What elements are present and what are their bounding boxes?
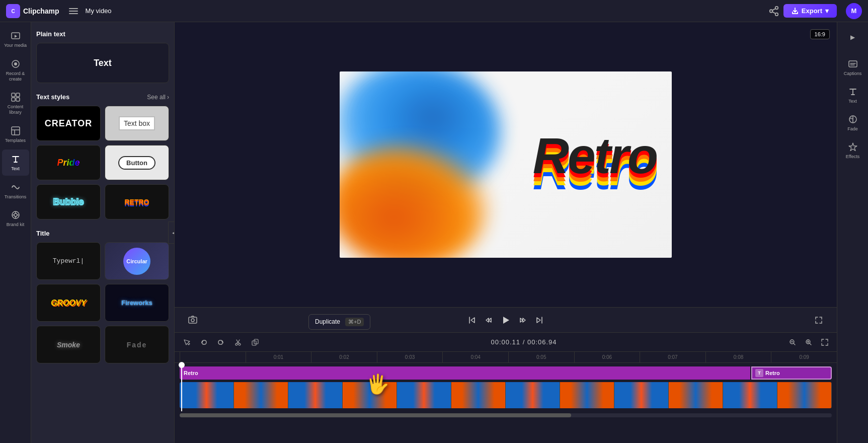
- hamburger-menu[interactable]: [65, 3, 82, 19]
- undo-button[interactable]: [197, 335, 211, 349]
- text-segment-secondary[interactable]: T Retro: [751, 366, 832, 380]
- style-pride[interactable]: Pride: [36, 145, 101, 180]
- title-typewrite[interactable]: Typewrl|: [36, 242, 101, 280]
- see-all-button[interactable]: See all ›: [147, 94, 169, 101]
- sidebar-item-content-library[interactable]: Content library: [2, 88, 29, 119]
- fade-icon: [847, 114, 858, 125]
- title-groovy[interactable]: GROOVY: [36, 284, 101, 322]
- playhead-handle[interactable]: [179, 362, 185, 368]
- video-background: Retro: [340, 71, 672, 258]
- sidebar-item-templates[interactable]: Templates: [2, 121, 29, 147]
- svg-rect-11: [16, 98, 20, 101]
- sidebar-item-brand-kit-label: Brand kit: [7, 222, 25, 228]
- sidebar-item-transitions-label: Transitions: [5, 194, 27, 200]
- playback-controls: [175, 307, 837, 332]
- ruler-mark-0: [180, 352, 246, 362]
- timeline-scrollbar[interactable]: [180, 413, 832, 417]
- title-fade[interactable]: Fade: [105, 326, 169, 363]
- logo[interactable]: C Clipchamp: [6, 4, 59, 18]
- fullscreen-button[interactable]: [811, 312, 827, 328]
- video-preview-area: 16:9 Retro: [175, 22, 837, 307]
- style-textbox[interactable]: Text box: [105, 106, 169, 141]
- pointer-tool-button[interactable]: [180, 335, 194, 349]
- sidebar-item-templates-label: Templates: [5, 138, 26, 143]
- sidebar-item-your-media[interactable]: Your media: [2, 26, 29, 52]
- media-icon: [10, 30, 21, 41]
- redo-button[interactable]: [214, 335, 228, 349]
- creator-label: CREATOR: [45, 118, 92, 129]
- collapse-right-panel-button[interactable]: ▶: [847, 26, 859, 48]
- track-container: Retro T Retro: [175, 363, 837, 411]
- text-styles-title: Text styles: [36, 93, 69, 101]
- center-area: 16:9 Retro: [175, 22, 837, 443]
- plain-text-heading: Plain text: [36, 30, 169, 38]
- duplicate-button[interactable]: Duplicate ⌘+D: [248, 335, 262, 349]
- skip-to-start-button[interactable]: [464, 312, 480, 328]
- sidebar-item-text-label: Text: [11, 166, 20, 172]
- zoom-in-button[interactable]: [802, 335, 816, 349]
- svg-rect-2: [69, 8, 78, 9]
- hide-panel-button[interactable]: ◀: [168, 222, 175, 244]
- right-nav-effects[interactable]: Effects: [839, 137, 866, 163]
- style-button[interactable]: Button: [105, 145, 169, 180]
- export-button[interactable]: Export ▾: [783, 4, 837, 18]
- skip-to-end-button[interactable]: [531, 312, 547, 328]
- timeline-ruler: 0:01 0:02 0:03 0:04 0:05 0:06 0:07 0:08 …: [175, 352, 837, 363]
- play-pause-button[interactable]: [496, 311, 515, 330]
- right-nav-fade[interactable]: Fade: [839, 110, 866, 135]
- main-layout: Your media Record & create Content lib: [0, 22, 868, 443]
- svg-rect-9: [16, 93, 20, 97]
- ruler-mark-5: 0:05: [508, 352, 574, 362]
- timeline-area: Duplicate ⌘+D 00:00.11 / 00:06.94: [175, 332, 837, 443]
- svg-rect-12: [12, 127, 20, 135]
- rewind-button[interactable]: [480, 312, 496, 328]
- style-retro-small[interactable]: RETRO: [105, 184, 169, 219]
- text-segment-main[interactable]: Retro: [180, 366, 750, 380]
- ruler-mark-3: 0:03: [377, 352, 443, 362]
- sidebar-item-text[interactable]: Text: [2, 150, 29, 176]
- timeline-expand-button[interactable]: [818, 335, 832, 349]
- scrollbar-thumb[interactable]: [180, 413, 571, 417]
- title-grid: Typewrl| Circular GROOVY Fireworks Smoke…: [36, 242, 169, 363]
- title-section-heading: Title: [36, 230, 169, 237]
- plain-text-item[interactable]: Text: [36, 43, 169, 83]
- svg-point-7: [14, 62, 17, 65]
- title-fireworks[interactable]: Fireworks: [105, 284, 169, 322]
- pride-label: Pride: [57, 158, 80, 168]
- smoke-label: Smoke: [57, 341, 80, 349]
- retro-small-label: RETRO: [125, 198, 149, 206]
- sidebar-item-your-media-label: Your media: [4, 43, 27, 48]
- svg-point-14: [14, 213, 17, 216]
- fast-forward-button[interactable]: [515, 312, 531, 328]
- title-smoke[interactable]: Smoke: [36, 326, 101, 363]
- avatar[interactable]: M: [846, 3, 862, 19]
- share-icon[interactable]: [768, 6, 779, 17]
- style-bubble[interactable]: Bubble: [36, 184, 101, 219]
- sidebar-item-brand-kit[interactable]: Brand kit: [2, 205, 29, 232]
- text-panel: Plain text Text Text styles See all › CR…: [31, 22, 175, 443]
- screenshot-button[interactable]: [185, 312, 201, 328]
- right-nav-captions[interactable]: Captions: [839, 54, 866, 80]
- video-thumb-6: [451, 382, 506, 408]
- svg-rect-10: [12, 98, 15, 101]
- style-creator[interactable]: CREATOR: [36, 106, 101, 141]
- video-thumb-4: [343, 382, 397, 408]
- logo-text: Clipchamp: [23, 7, 59, 15]
- video-title[interactable]: My video: [86, 7, 112, 15]
- zoom-out-button[interactable]: [785, 335, 800, 349]
- fireworks-label: Fireworks: [121, 299, 152, 307]
- left-nav: Your media Record & create Content lib: [0, 22, 31, 443]
- sidebar-item-transitions[interactable]: Transitions: [2, 178, 29, 204]
- video-track[interactable]: [180, 382, 832, 408]
- logo-icon: C: [6, 4, 20, 18]
- sidebar-item-record[interactable]: Record & create: [2, 54, 29, 86]
- textbox-label: Text box: [119, 116, 155, 130]
- video-thumb-12: [777, 382, 832, 408]
- ruler-mark-7: 0:07: [640, 352, 705, 362]
- title-circular[interactable]: Circular: [105, 242, 169, 280]
- right-nav-text[interactable]: Text: [839, 82, 866, 108]
- retro-text-overlay: Retro: [533, 126, 657, 184]
- cut-button[interactable]: [231, 335, 245, 349]
- text-track-bar: Retro T Retro: [180, 366, 832, 380]
- playhead[interactable]: [181, 363, 182, 411]
